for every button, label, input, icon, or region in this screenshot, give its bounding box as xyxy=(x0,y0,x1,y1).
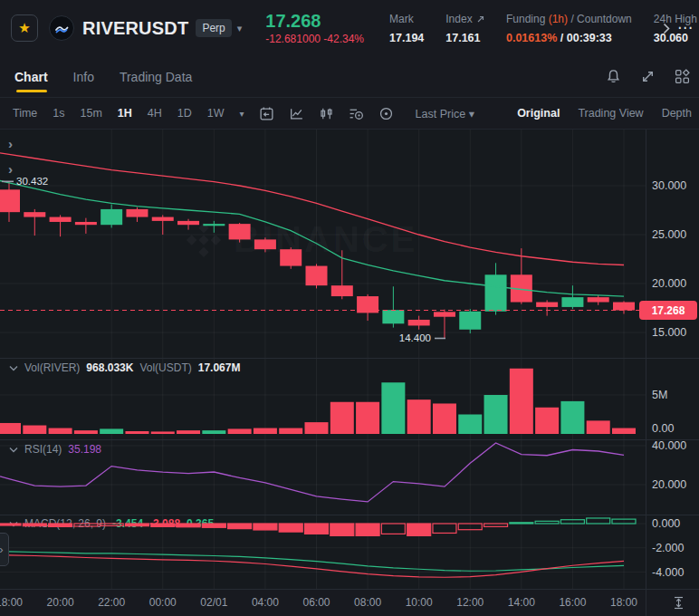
volume-quote-value: 17.067M xyxy=(198,361,241,374)
mark-label: Mark xyxy=(389,13,424,26)
collapse-caret-icon[interactable] xyxy=(9,521,18,527)
chevron-right-icon xyxy=(663,23,670,34)
countdown-label: / Countdown xyxy=(570,13,631,25)
symbol-name: RIVERUSDT xyxy=(82,18,188,39)
chart-tabs: Chart Info Trading Data xyxy=(0,56,699,98)
interval-1w[interactable]: 1W xyxy=(207,107,225,120)
funding-label: Funding xyxy=(506,13,545,25)
interval-4h[interactable]: 4H xyxy=(148,107,162,120)
rsi-pane-header: RSI(14) 35.198 xyxy=(9,443,101,456)
axis-scale-icon[interactable] xyxy=(672,596,685,610)
price-source-label: Last Price xyxy=(416,108,466,120)
tab-info[interactable]: Info xyxy=(73,56,94,97)
macd-hist-value: 0.365 xyxy=(187,517,214,530)
macd-dea-value: -3.088 xyxy=(149,517,180,530)
binance-watermark: BINANCE xyxy=(185,219,417,260)
macd-dif-value: -3.454 xyxy=(112,517,143,530)
drawing-tools-expander[interactable]: › xyxy=(0,533,9,566)
tab-row-icons xyxy=(606,56,690,97)
goto-date-icon[interactable] xyxy=(259,106,274,121)
chevron-down-icon: ▾ xyxy=(469,108,474,120)
index-value: 17.161 xyxy=(445,32,484,44)
fullscreen-expand-icon[interactable] xyxy=(640,69,656,84)
macd-title: MACD(12, 26, 9) xyxy=(24,517,106,530)
mark-value: 17.194 xyxy=(389,32,424,44)
volume-pane-header: Vol(RIVER) 968.033K Vol(USDT) 17.067M xyxy=(9,361,240,374)
tab-trading-data[interactable]: Trading Data xyxy=(120,56,192,97)
river-wave-icon xyxy=(53,19,71,37)
volume-base-value: 968.033K xyxy=(86,361,133,374)
funding-countdown: / 00:39:33 xyxy=(560,32,612,44)
rsi-title: RSI(14) xyxy=(24,443,62,456)
stats-scroll-right-button[interactable] xyxy=(663,22,670,38)
symbol-selector[interactable]: RIVERUSDT Perp ▾ xyxy=(82,18,242,39)
view-depth[interactable]: Depth xyxy=(662,107,692,120)
last-price: 17.268 xyxy=(265,11,364,31)
external-link-icon xyxy=(477,15,484,23)
alert-bell-icon[interactable] xyxy=(606,69,621,84)
price-change: -12.681000 -42.34% xyxy=(265,33,364,45)
macd-pane-header: MACD(12, 26, 9) -3.454 -3.088 0.365 xyxy=(9,517,214,530)
view-original[interactable]: Original xyxy=(517,107,560,120)
interval-more-caret[interactable]: ▾ xyxy=(240,109,244,119)
indicators-icon[interactable] xyxy=(349,106,364,121)
panel-expand-chevron-1[interactable]: › xyxy=(8,137,13,150)
chart-toolbar: Time 1s 15m 1H 4H 1D 1W ▾ Last Price ▾ O… xyxy=(0,98,699,130)
view-tradingview[interactable]: Trading View xyxy=(578,107,643,120)
tab-chart[interactable]: Chart xyxy=(14,56,48,97)
interval-time[interactable]: Time xyxy=(13,107,37,120)
candlestick-style-icon[interactable] xyxy=(319,106,334,121)
stat-mark: Mark 17.194 xyxy=(389,13,424,44)
watermark-text: BINANCE xyxy=(234,219,417,260)
symbol-header: ★ RIVERUSDT Perp ▾ 17.268 -12.681000 -42… xyxy=(0,0,699,56)
change-abs: -12.681000 xyxy=(265,33,321,45)
favorite-star-button[interactable]: ★ xyxy=(11,14,38,42)
more-menu-button[interactable]: ⋯ xyxy=(677,18,694,37)
funding-rate: 0.01613% xyxy=(506,32,557,44)
price-block: 17.268 -12.681000 -42.34% xyxy=(265,11,364,45)
stat-index: Index 17.161 xyxy=(445,13,484,44)
binance-diamond-icon xyxy=(185,221,223,259)
rsi-value: 35.198 xyxy=(68,443,101,456)
last-price-tag: 17.268 xyxy=(639,301,697,320)
collapse-caret-icon[interactable] xyxy=(9,365,18,371)
volume-quote-title: Vol(USDT) xyxy=(139,361,191,374)
coin-logo xyxy=(49,15,74,41)
star-icon: ★ xyxy=(18,20,30,36)
chart-view-switcher: Original Trading View Depth xyxy=(517,107,694,120)
line-chart-style-icon[interactable] xyxy=(289,106,304,121)
interval-1h[interactable]: 1H xyxy=(118,107,132,120)
stat-funding: Funding (1h) / Countdown 0.01613% / 00:3… xyxy=(506,13,632,44)
interval-1s[interactable]: 1s xyxy=(53,107,64,120)
change-pct: -42.34% xyxy=(323,33,364,45)
ticker-stats: Mark 17.194 Index 17.161 Funding (1h) / … xyxy=(389,13,699,44)
chevron-down-icon: ▾ xyxy=(237,23,243,34)
interval-1d[interactable]: 1D xyxy=(177,107,192,120)
layout-grid-icon[interactable] xyxy=(675,69,690,84)
price-source-dropdown[interactable]: Last Price ▾ xyxy=(416,107,474,120)
panel-expand-chevron-2[interactable]: › xyxy=(8,162,13,176)
index-label: Index xyxy=(445,13,472,25)
collapse-caret-icon[interactable] xyxy=(9,447,18,453)
contract-type-badge: Perp xyxy=(196,19,231,37)
interval-15m[interactable]: 15m xyxy=(81,107,102,120)
volume-title: Vol(RIVER) xyxy=(24,361,80,374)
funding-interval: (1h) xyxy=(549,13,568,25)
crosshair-target-icon[interactable] xyxy=(378,106,394,121)
